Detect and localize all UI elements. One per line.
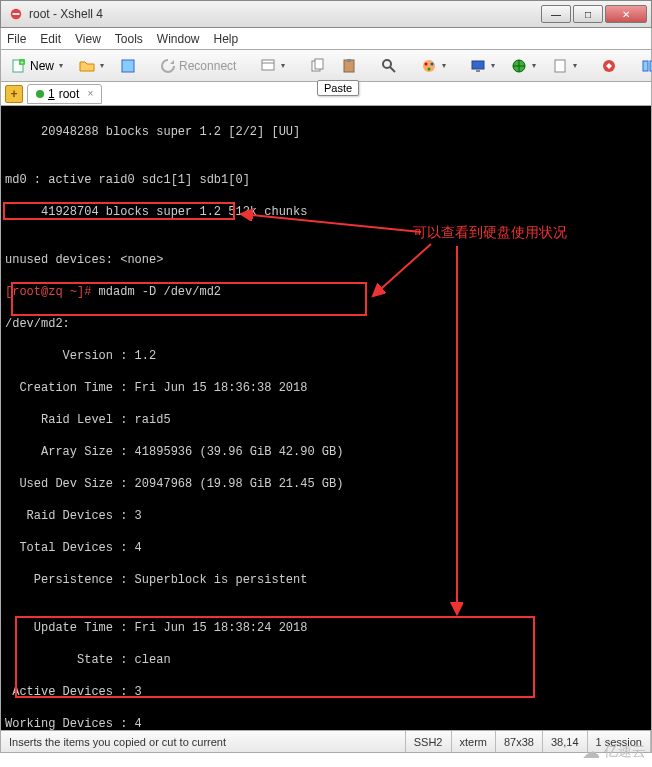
monitor-icon (470, 58, 486, 74)
color-button[interactable] (415, 55, 452, 77)
svg-rect-21 (555, 60, 565, 72)
palette-icon (421, 58, 437, 74)
svg-point-17 (428, 67, 431, 70)
terminal-line: [root@zq ~]# mdadm -D /dev/md2 (5, 284, 647, 300)
svg-rect-6 (262, 60, 274, 70)
xftp-icon (601, 58, 617, 74)
tile-h-icon (641, 58, 652, 74)
svg-text:+: + (20, 59, 24, 65)
shell-prompt: [root@zq ~]# (5, 285, 91, 299)
terminal-line: md0 : active raid0 sdc1[1] sdb1[0] (5, 172, 647, 188)
svg-rect-9 (315, 59, 323, 69)
svg-rect-23 (643, 61, 648, 71)
new-icon: + (11, 58, 27, 74)
minimize-button[interactable]: — (541, 5, 571, 23)
new-button[interactable]: + New (5, 55, 69, 77)
add-tab-button[interactable]: + (5, 85, 23, 103)
watermark: ☁ 亿速云 (582, 741, 646, 763)
terminal[interactable]: 20948288 blocks super 1.2 [2/2] [UU] md0… (0, 106, 652, 731)
terminal-line: Array Size : 41895936 (39.96 GiB 42.90 G… (5, 444, 647, 460)
terminal-line: unused devices: <none> (5, 252, 647, 268)
terminal-line: 20948288 blocks super 1.2 [2/2] [UU] (5, 124, 647, 140)
find-button[interactable] (375, 55, 403, 77)
menu-view[interactable]: View (75, 32, 101, 46)
window-title: root - Xshell 4 (29, 7, 539, 21)
annotation-text: 可以查看到硬盘使用状况 (413, 224, 567, 240)
maximize-button[interactable]: □ (573, 5, 603, 23)
tab-bar: + 1 root × Paste (0, 82, 652, 106)
save-button[interactable] (114, 55, 142, 77)
menu-window[interactable]: Window (157, 32, 200, 46)
terminal-line: Creation Time : Fri Jun 15 18:36:38 2018 (5, 380, 647, 396)
svg-rect-1 (13, 13, 20, 15)
script-button[interactable] (546, 55, 583, 77)
menu-tools[interactable]: Tools (115, 32, 143, 46)
menubar: File Edit View Tools Window Help (0, 28, 652, 50)
terminal-line: 41928704 blocks super 1.2 512k chunks (5, 204, 647, 220)
svg-rect-19 (476, 70, 480, 72)
titlebar: root - Xshell 4 — □ ✕ (0, 0, 652, 28)
status-term-type: xterm (452, 731, 497, 752)
terminal-line: Persistence : Superblock is persistent (5, 572, 647, 588)
status-cursor-pos: 38,14 (543, 731, 588, 752)
close-tab-button[interactable]: × (87, 88, 93, 99)
script-icon (552, 58, 568, 74)
svg-rect-18 (472, 61, 484, 69)
copy-icon (309, 58, 325, 74)
globe-button[interactable] (505, 55, 542, 77)
terminal-line: Update Time : Fri Jun 15 18:38:24 2018 (5, 620, 647, 636)
paste-icon (341, 58, 357, 74)
paste-tooltip: Paste (317, 80, 359, 96)
screen-button[interactable] (464, 55, 501, 77)
properties-button[interactable] (254, 55, 291, 77)
terminal-line: State : clean (5, 652, 647, 668)
reconnect-button[interactable]: Reconnect (154, 55, 242, 77)
paste-button[interactable] (335, 55, 363, 77)
folder-icon (79, 58, 95, 74)
svg-rect-5 (122, 60, 134, 72)
status-size: 87x38 (496, 731, 543, 752)
globe-icon (511, 58, 527, 74)
tab-label: root (59, 87, 80, 101)
status-hint: Inserts the items you copied or cut to c… (1, 731, 406, 752)
connected-indicator-icon (36, 90, 44, 98)
svg-point-12 (383, 60, 391, 68)
terminal-line: Total Devices : 4 (5, 540, 647, 556)
tab-number: 1 (48, 87, 55, 101)
terminal-line: Used Dev Size : 20947968 (19.98 GiB 21.4… (5, 476, 647, 492)
svg-point-16 (431, 62, 434, 65)
toolbar: + New Reconnect » (0, 50, 652, 82)
search-icon (381, 58, 397, 74)
svg-rect-11 (347, 59, 351, 62)
command-text: mdadm -D /dev/md2 (91, 285, 221, 299)
properties-icon (260, 58, 276, 74)
menu-file[interactable]: File (7, 32, 26, 46)
tile-h-button[interactable] (635, 55, 652, 77)
xftp-button[interactable] (595, 55, 623, 77)
status-protocol: SSH2 (406, 731, 452, 752)
status-bar: Inserts the items you copied or cut to c… (0, 731, 652, 753)
copy-button[interactable] (303, 55, 331, 77)
close-button[interactable]: ✕ (605, 5, 647, 23)
terminal-line: Raid Devices : 3 (5, 508, 647, 524)
open-button[interactable] (73, 55, 110, 77)
menu-edit[interactable]: Edit (40, 32, 61, 46)
svg-point-15 (425, 62, 428, 65)
terminal-line: /dev/md2: (5, 316, 647, 332)
save-icon (120, 58, 136, 74)
svg-line-13 (390, 67, 395, 72)
terminal-line: Working Devices : 4 (5, 716, 647, 731)
app-icon (9, 7, 23, 21)
terminal-line: Active Devices : 3 (5, 684, 647, 700)
terminal-line: Version : 1.2 (5, 348, 647, 364)
tab-root[interactable]: 1 root × (27, 84, 102, 104)
cloud-icon: ☁ (582, 741, 600, 763)
terminal-line: Raid Level : raid5 (5, 412, 647, 428)
menu-help[interactable]: Help (214, 32, 239, 46)
reconnect-icon (160, 58, 176, 74)
